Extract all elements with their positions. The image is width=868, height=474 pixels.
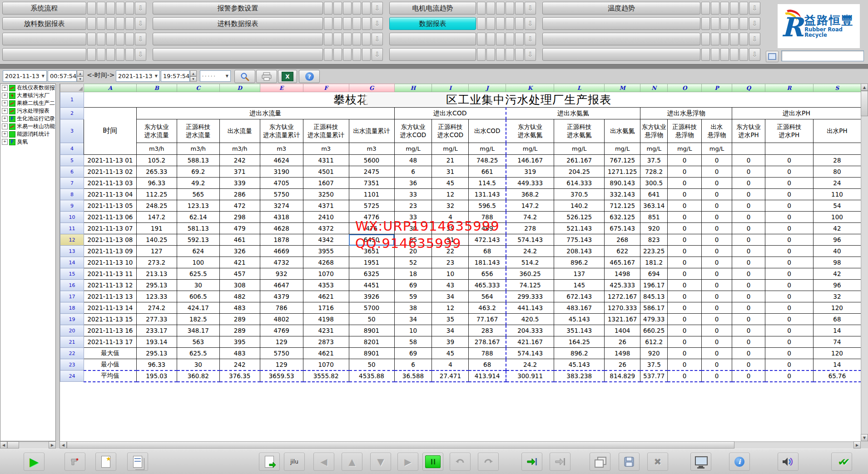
toolbar-slot-button[interactable] [87,33,96,45]
toolbar-slot-button[interactable] [87,17,96,30]
row-header[interactable]: 18 [60,302,84,314]
toolbar-slot-button[interactable] [486,17,495,30]
column-letter-header[interactable]: N [640,84,668,92]
toolbar-slot-button[interactable] [324,33,332,45]
row-header[interactable]: 15 [60,268,84,280]
toolbar-dropdown-arrow-icon[interactable]: ⇩ [749,17,760,30]
tree-expand-icon[interactable]: + [2,108,8,114]
row-header[interactable]: 19 [60,314,84,325]
scroll-right-icon[interactable]: ▶ [853,441,861,449]
toolbar-slot-button[interactable] [486,48,495,61]
toolbar-slot-button[interactable] [720,33,729,45]
toolbar-slot-button[interactable] [343,17,352,30]
toolbar-slot-button[interactable] [362,33,371,45]
start-time-field[interactable]: 00:57:54 [48,70,77,82]
toolbar-slot-button[interactable] [496,2,505,15]
column-letter-header[interactable]: B [136,84,177,92]
toolbar-slot-button[interactable] [116,33,124,45]
toolbar-dropdown-arrow-icon[interactable]: ⇩ [372,48,383,61]
toolbar-button[interactable] [153,48,323,61]
toolbar-text-input[interactable] [781,50,864,61]
toolbar-slot-button[interactable] [125,2,134,15]
toolbar-button[interactable] [542,33,700,45]
scroll-right-icon[interactable]: ▶ [49,441,56,449]
toolbar-slot-button[interactable] [486,33,495,45]
run-indicator-button[interactable] [422,453,443,471]
cascade-windows-button[interactable] [590,453,610,471]
scroll-up-icon[interactable]: ▲ [861,84,868,91]
row-header[interactable]: 21 [60,336,84,348]
toolbar-dropdown-arrow-icon[interactable]: ⇩ [135,48,146,61]
scrollbar-thumb[interactable] [67,441,734,449]
toolbar-slot-button[interactable] [343,2,352,15]
toolbar-slot-button[interactable] [701,48,710,61]
start-date-select[interactable]: 2021-11-13▼ [3,70,47,82]
toolbar-slot-button[interactable] [720,17,729,30]
toolbar-slot-button[interactable] [477,2,486,15]
close-x-button[interactable]: ✖ [647,453,668,471]
toolbar-slot-button[interactable] [352,2,361,15]
toolbar-dropdown-arrow-icon[interactable]: ⇩ [372,17,383,30]
toolbar-slot-button[interactable] [97,17,105,30]
toolbar-slot-button[interactable] [739,2,748,15]
column-letter-header[interactable]: K [506,84,554,92]
row-header[interactable]: 6 [60,166,84,178]
row-header[interactable]: 24 [60,370,84,382]
toolbar-slot-button[interactable] [106,33,115,45]
row-header[interactable]: 17 [60,291,84,302]
sidebar-item[interactable]: +臭氧 [0,138,55,146]
goto-entry-button[interactable] [521,453,542,471]
column-letter-header[interactable]: I [432,84,469,92]
toolbar-slot-button[interactable] [496,48,505,61]
toolbar-slot-button[interactable] [362,17,371,30]
toolbar-slot-button[interactable] [701,2,710,15]
toolbar-button[interactable] [389,33,476,45]
print-preview-icon[interactable] [766,51,779,62]
toolbar-slot-button[interactable] [730,48,739,61]
tree-expand-icon[interactable]: + [2,100,8,106]
toolbar-slot-button[interactable] [486,2,495,15]
column-letter-header[interactable]: P [702,84,732,92]
vertical-scrollbar[interactable]: ▲ ▼ [861,84,868,441]
confirm-checks-button[interactable]: ✔✔ [831,453,852,471]
end-time-field[interactable]: 19:57:54 [161,70,190,82]
toolbar-slot-button[interactable] [125,48,134,61]
new-report-button[interactable]: ★ [95,453,116,471]
toolbar-dropdown-arrow-icon[interactable]: ⇩ [525,17,536,30]
tree-expand-icon[interactable]: + [2,93,8,99]
toolbar-slot-button[interactable] [97,48,105,61]
column-letter-header[interactable]: A [84,84,136,92]
toolbar-button[interactable] [389,48,476,61]
toolbar-slot-button[interactable] [106,17,115,30]
column-letter-header[interactable]: Q [732,84,765,92]
nav-down-button[interactable]: ▼ [370,453,391,471]
tree-horizontal-scrollbar[interactable]: ◀ ▶ [0,441,56,449]
toolbar-slot-button[interactable] [87,48,96,61]
tree-expand-icon[interactable]: + [2,139,8,145]
tree-expand-icon[interactable]: + [2,85,8,91]
toolbar-dropdown-arrow-icon[interactable]: ⇩ [372,33,383,45]
toolbar-slot-button[interactable] [739,48,748,61]
row-header[interactable]: 4 [60,143,84,155]
toolbar-slot-button[interactable] [333,33,342,45]
toolbar-button[interactable]: 报警参数设置 [153,2,323,15]
tree-expand-icon[interactable]: + [2,131,8,137]
toolbar-slot-button[interactable] [352,48,361,61]
row-header[interactable]: 7 [60,178,84,189]
import-data-button[interactable] [259,453,280,471]
toolbar-slot-button[interactable] [477,17,486,30]
play-button[interactable]: ▶ [24,453,45,471]
toolbar-slot-button[interactable] [720,48,729,61]
column-letter-header[interactable]: J [469,84,506,92]
toolbar-slot-button[interactable] [506,17,514,30]
sidebar-item[interactable]: +果糖二线生产二 [0,99,55,107]
scroll-down-icon[interactable]: ▼ [861,434,868,441]
toolbar-slot-button[interactable] [333,17,342,30]
toolbar-slot-button[interactable] [711,17,719,30]
toolbar-button[interactable]: 进料数据报表 [153,17,323,30]
dots-dropdown[interactable]: · · · · ·▼ [200,70,231,82]
start-time-spinner[interactable]: ▲▼ [77,70,84,82]
column-letter-header[interactable]: M [605,84,640,92]
toolbar-button[interactable] [542,17,700,30]
column-letter-header[interactable]: R [765,84,813,92]
